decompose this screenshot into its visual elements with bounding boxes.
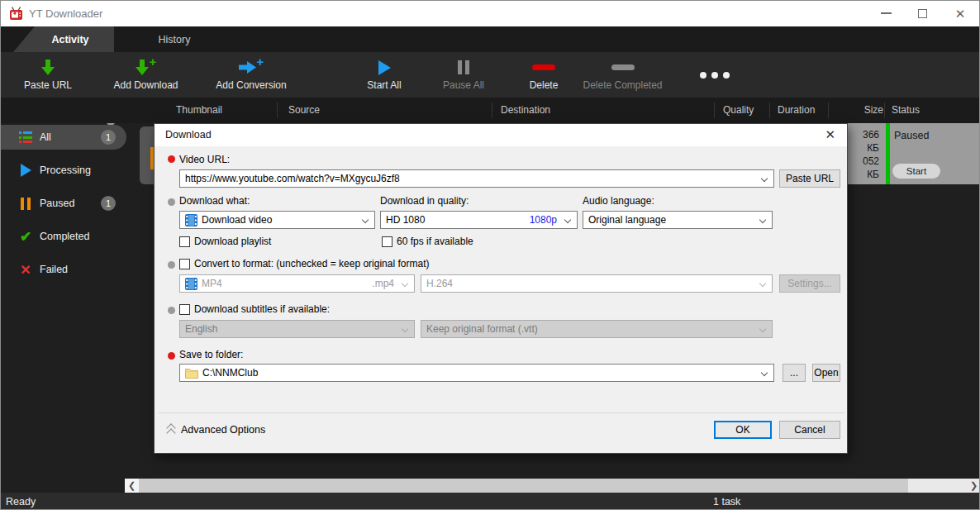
fps-checkbox[interactable]: 60 fps if available	[382, 236, 473, 247]
column-size[interactable]: Size	[827, 104, 883, 116]
add-conversion-label: Add Conversion	[216, 79, 286, 91]
start-all-button[interactable]: Start All	[351, 54, 417, 96]
convert-format-select: MP4 .mp4	[179, 274, 415, 293]
film-icon	[185, 278, 197, 290]
pause-icon	[458, 60, 469, 74]
chevron-down-icon[interactable]	[564, 217, 571, 223]
pause-all-button: Pause All	[431, 54, 497, 96]
download-what-value: Download video	[202, 214, 272, 226]
sidebar-item-processing[interactable]: Processing	[1, 158, 126, 183]
fps-label: 60 fps if available	[397, 236, 473, 247]
ellipsis-icon	[700, 72, 730, 79]
column-duration[interactable]: Duration	[778, 104, 815, 116]
video-url-input[interactable]: https://www.youtube.com/watch?v=MXgycuJ6…	[179, 169, 774, 188]
browse-button[interactable]: ...	[783, 364, 806, 382]
sidebar-item-paused[interactable]: Paused 1	[1, 191, 126, 216]
dialog-title-bar: Download ✕	[155, 124, 847, 146]
folder-icon	[185, 367, 198, 379]
add-conversion-icon: +	[239, 60, 264, 76]
checkbox-unchecked[interactable]	[382, 236, 392, 247]
chevron-down-icon[interactable]	[362, 217, 369, 223]
minimize-button[interactable]	[873, 3, 898, 23]
column-quality[interactable]: Quality	[723, 104, 754, 116]
task-size-cell: 366 КБ 052 КБ	[848, 128, 879, 181]
subtitle-language-select: English	[179, 320, 415, 338]
sidebar-failed-label: Failed	[40, 264, 68, 275]
task-row[interactable]: 366 КБ 052 КБ Paused Start	[848, 123, 980, 184]
audio-language-label: Audio language:	[583, 195, 654, 207]
save-folder-select[interactable]: C:\NNMClub	[179, 364, 774, 382]
list-header: Thumbnail Source Destination Quality Dur…	[1, 98, 979, 123]
scroll-right-button[interactable]: ❯	[967, 479, 980, 493]
dialog-title: Download	[165, 129, 212, 141]
maximize-icon	[918, 9, 927, 18]
scroll-left-button[interactable]: ❮	[125, 479, 139, 493]
save-folder-value: C:\NNMClub	[202, 367, 258, 379]
chevron-down-icon	[759, 280, 766, 287]
convert-format-checkbox[interactable]: Convert to format: (unchecked = keep ori…	[179, 258, 429, 269]
tab-history[interactable]: History	[133, 26, 216, 52]
ok-button[interactable]: OK	[714, 421, 772, 439]
audio-language-select[interactable]: Original language	[583, 211, 773, 229]
dialog-close-icon[interactable]: ✕	[821, 127, 839, 142]
tab-activity-label: Activity	[51, 34, 88, 45]
settings-button: Settings...	[779, 274, 840, 293]
chevron-down-icon	[759, 326, 766, 332]
play-icon	[378, 60, 391, 75]
paste-url-label: Paste URL	[24, 79, 72, 91]
cancel-button[interactable]: Cancel	[779, 421, 840, 439]
column-source[interactable]: Source	[288, 104, 320, 116]
convert-format-label: Convert to format: (unchecked = keep ori…	[194, 258, 429, 269]
sidebar-item-all[interactable]: All 1	[1, 125, 126, 150]
horizontal-scrollbar[interactable]: ❮ ❯	[125, 479, 980, 493]
tab-history-label: History	[159, 34, 191, 45]
codec-select: H.264	[421, 274, 773, 293]
toolbar: Paste URL + Add Download + Add Conversio…	[1, 52, 979, 98]
delete-label: Delete	[530, 79, 559, 91]
column-thumbnail[interactable]: Thumbnail	[176, 104, 222, 116]
delete-completed-icon	[611, 64, 635, 70]
required-bullet	[168, 155, 175, 163]
checkbox-unchecked[interactable]	[179, 236, 190, 247]
minimize-icon	[881, 12, 892, 14]
checkbox-unchecked[interactable]	[179, 259, 190, 269]
subtitles-checkbox[interactable]: Download subtitles if available:	[179, 303, 330, 315]
download-playlist-checkbox[interactable]: Download playlist	[179, 236, 271, 247]
close-button[interactable]: ✕	[948, 3, 973, 23]
open-folder-button[interactable]: Open	[812, 364, 840, 382]
download-what-select[interactable]: Download video	[179, 211, 375, 229]
sidebar-item-completed[interactable]: ✔ Completed	[1, 224, 126, 249]
scrollbar-thumb[interactable]	[139, 479, 908, 493]
column-status[interactable]: Status	[892, 104, 920, 116]
task-start-button[interactable]: Start	[892, 164, 940, 179]
maximize-button[interactable]	[910, 3, 935, 23]
completed-check-icon: ✔	[17, 229, 34, 244]
sidebar-all-label: All	[40, 131, 51, 143]
add-download-button[interactable]: + Add Download	[107, 54, 185, 96]
quality-select[interactable]: HD 1080 1080p	[380, 211, 578, 229]
advanced-options-link[interactable]: Advanced Options	[181, 424, 265, 436]
column-destination[interactable]: Destination	[501, 104, 550, 116]
option-bullet	[168, 261, 175, 269]
sidebar-paused-label: Paused	[40, 198, 74, 209]
chevron-down-icon[interactable]	[761, 369, 768, 376]
chevron-down-icon[interactable]	[761, 175, 768, 182]
sidebar-item-failed[interactable]: ✕ Failed	[1, 257, 126, 282]
dialog-paste-url-button[interactable]: Paste URL	[779, 169, 840, 188]
more-options-button[interactable]	[694, 54, 735, 96]
advanced-options-chevron-icon[interactable]	[166, 425, 177, 436]
status-bar: Ready 1 task	[1, 493, 979, 510]
subtitle-format-value: Keep original format (.vtt)	[426, 323, 538, 335]
paste-url-button[interactable]: Paste URL	[11, 54, 85, 96]
option-bullet	[168, 307, 175, 314]
option-bullet	[168, 198, 175, 206]
all-list-icon	[17, 130, 34, 145]
sidebar-completed-label: Completed	[40, 231, 89, 242]
checkbox-unchecked[interactable]	[179, 304, 190, 315]
add-conversion-button[interactable]: + Add Conversion	[212, 54, 291, 96]
download-what-label: Download what:	[179, 195, 250, 207]
delete-button[interactable]: Delete	[511, 54, 577, 96]
chevron-down-icon[interactable]	[759, 217, 766, 223]
delete-icon	[532, 64, 555, 70]
tab-activity[interactable]: Activity	[13, 26, 114, 52]
